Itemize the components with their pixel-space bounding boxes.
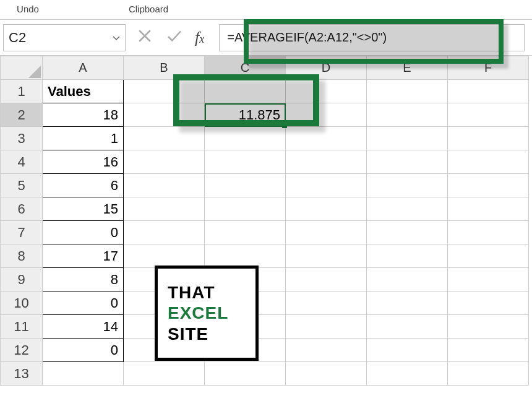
name-box-value: C2 — [9, 30, 26, 46]
cell-e1[interactable] — [367, 80, 448, 103]
row-header-5[interactable]: 5 — [1, 174, 43, 197]
cell-a3[interactable]: 1 — [43, 127, 124, 150]
cell-a5[interactable]: 6 — [43, 174, 124, 197]
annotation-shadow — [179, 80, 325, 132]
select-all-corner[interactable] — [1, 56, 43, 80]
cell-a4[interactable]: 16 — [43, 150, 124, 174]
row-header-12[interactable]: 12 — [1, 339, 43, 362]
row-header-11[interactable]: 11 — [1, 315, 43, 339]
logo-line1: THAT — [168, 282, 255, 303]
row-header-3[interactable]: 3 — [1, 127, 43, 150]
cell-a8[interactable]: 17 — [43, 244, 124, 268]
annotation-shadow — [249, 24, 508, 69]
row-header-2[interactable]: 2 — [1, 103, 43, 127]
ribbon-group-labels: Undo Clipboard — [0, 0, 532, 20]
cell-a1[interactable]: Values — [43, 80, 124, 103]
logo-line2: EXCEL — [168, 303, 255, 324]
cell-e2[interactable] — [367, 103, 448, 127]
logo-line3: SITE — [168, 324, 255, 345]
cell-f2[interactable] — [448, 103, 529, 127]
cell-a10[interactable]: 0 — [43, 292, 124, 315]
ribbon-label-undo: Undo — [0, 0, 56, 19]
cancel-icon[interactable] — [135, 27, 154, 49]
cell-a2[interactable]: 18 — [43, 103, 124, 127]
row-header-13[interactable]: 13 — [1, 362, 43, 386]
cell-a12[interactable]: 0 — [43, 339, 124, 362]
cell-a9[interactable]: 8 — [43, 268, 124, 292]
row-header-8[interactable]: 8 — [1, 244, 43, 268]
fx-icon[interactable]: fx — [195, 28, 209, 47]
row-header-1[interactable]: 1 — [1, 80, 43, 103]
spreadsheet: A B C D E F 1 Values 2 18 11.875 31 416 — [0, 56, 532, 386]
row-header-9[interactable]: 9 — [1, 268, 43, 292]
chevron-down-icon[interactable] — [113, 33, 120, 43]
row-header-6[interactable]: 6 — [1, 197, 43, 221]
row-header-7[interactable]: 7 — [1, 221, 43, 244]
enter-icon[interactable] — [165, 27, 184, 49]
cell-a11[interactable]: 14 — [43, 315, 124, 339]
row-header-4[interactable]: 4 — [1, 150, 43, 174]
cell-a7[interactable]: 0 — [43, 221, 124, 244]
row-header-10[interactable]: 10 — [1, 292, 43, 315]
col-header-a[interactable]: A — [43, 56, 124, 80]
cell-f1[interactable] — [448, 80, 529, 103]
site-logo: THAT EXCEL SITE — [155, 266, 259, 361]
cell-a6[interactable]: 15 — [43, 197, 124, 221]
ribbon-label-clipboard: Clipboard — [56, 0, 241, 19]
name-box[interactable]: C2 — [3, 24, 126, 51]
col-header-b[interactable]: B — [124, 56, 205, 80]
